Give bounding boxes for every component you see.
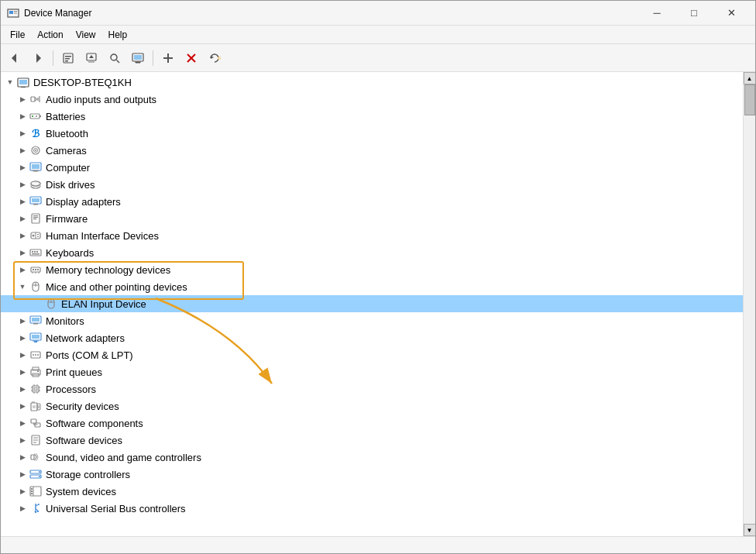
tree-item-firmware[interactable]: ▶ Firmware: [1, 210, 743, 227]
keyboards-toggle[interactable]: ▶: [16, 246, 29, 259]
svg-rect-67: [32, 253, 40, 255]
processors-label: Processors: [46, 384, 96, 395]
tree-item-ports[interactable]: ▶ Ports (COM & LPT): [1, 346, 743, 363]
security-icon: [29, 399, 43, 413]
menu-help[interactable]: Help: [102, 28, 134, 42]
svg-rect-88: [34, 341, 37, 342]
update-driver-button[interactable]: [81, 47, 102, 69]
monitors-toggle[interactable]: ▶: [16, 315, 29, 327]
svg-point-123: [39, 476, 40, 477]
svg-rect-9: [65, 60, 68, 62]
minimize-button[interactable]: ─: [639, 1, 675, 26]
tree-item-processors[interactable]: ▶: [1, 380, 743, 397]
storage-toggle[interactable]: ▶: [16, 468, 29, 480]
security-toggle[interactable]: ▶: [16, 400, 29, 412]
scroll-up-button[interactable]: ▲: [744, 72, 756, 84]
refresh-button[interactable]: [204, 47, 225, 69]
properties-button[interactable]: [57, 47, 79, 69]
tree-item-sound[interactable]: ▶ Sound, video and game controllers: [1, 449, 743, 466]
back-button[interactable]: [4, 47, 26, 69]
scrollbar[interactable]: ▲ ▼: [743, 72, 755, 536]
hid-toggle[interactable]: ▶: [16, 229, 29, 242]
svg-rect-128: [31, 493, 33, 494]
display-toggle[interactable]: ▶: [16, 195, 29, 208]
tree-item-software-dev[interactable]: ▶ Software devices: [1, 432, 743, 449]
network-toggle[interactable]: ▶: [16, 332, 29, 344]
menu-file[interactable]: File: [4, 28, 31, 42]
sound-toggle[interactable]: ▶: [16, 451, 29, 463]
tree-item-computer[interactable]: ▶ Computer: [1, 159, 743, 176]
tree-item-cameras[interactable]: ▶ Cameras: [1, 142, 743, 159]
computer-toggle[interactable]: ▶: [16, 161, 29, 174]
svg-rect-66: [36, 251, 38, 253]
disk-label: Disk drives: [46, 179, 95, 191]
ports-toggle[interactable]: ▶: [16, 349, 29, 361]
scroll-thumb[interactable]: [744, 84, 755, 115]
software-dev-toggle[interactable]: ▶: [16, 434, 29, 446]
software-comp-toggle[interactable]: ▶: [16, 417, 29, 429]
audio-toggle[interactable]: ▶: [16, 93, 29, 105]
add-button[interactable]: [157, 47, 179, 69]
svg-rect-69: [33, 269, 34, 270]
hid-icon: [29, 229, 43, 243]
system-label: System devices: [46, 486, 116, 497]
tree-panel[interactable]: ▼ DESKTOP-BTEQ1KH ▶: [1, 72, 743, 536]
tree-item-elan[interactable]: ▶ ELAN Input Device: [1, 295, 743, 312]
tree-item-network[interactable]: ▶ Network adapters: [1, 329, 743, 346]
tree-item-software-comp[interactable]: ▶ Software components: [1, 415, 743, 432]
tree-item-mice[interactable]: ▼ Mice and other pointing devices: [1, 278, 743, 295]
scan-button[interactable]: [104, 47, 125, 69]
mice-toggle[interactable]: ▼: [16, 280, 29, 293]
svg-rect-53: [33, 204, 38, 205]
tree-item-memory[interactable]: ▶ Memory technology devices: [1, 261, 743, 278]
root-toggle[interactable]: ▼: [4, 76, 16, 88]
svg-point-60: [33, 235, 35, 237]
scroll-down-button[interactable]: ▼: [744, 524, 756, 536]
software-comp-label: Software components: [46, 418, 143, 429]
tree-item-bluetooth[interactable]: ▶ ℬ Bluetooth: [1, 125, 743, 142]
print-toggle[interactable]: ▶: [16, 366, 29, 378]
tree-item-print[interactable]: ▶ Print queues: [1, 363, 743, 380]
svg-marker-12: [89, 55, 94, 58]
forward-button[interactable]: [27, 47, 49, 69]
remove-button[interactable]: [180, 47, 202, 69]
ports-label: Ports (COM & LPT): [46, 349, 133, 361]
tree-item-batteries[interactable]: ▶ Batteries: [1, 108, 743, 125]
tree-item-display[interactable]: ▶ Display adapters: [1, 193, 743, 210]
window-controls: ─ □ ✕: [639, 1, 749, 26]
tree-item-system[interactable]: ▶ System devices: [1, 483, 743, 500]
svg-rect-86: [32, 335, 40, 339]
bluetooth-toggle[interactable]: ▶: [16, 127, 29, 139]
firmware-toggle[interactable]: ▶: [16, 212, 29, 225]
tree-item-keyboards[interactable]: ▶ Keyboards: [1, 244, 743, 261]
usb-toggle[interactable]: ▶: [16, 502, 29, 514]
tree-item-storage[interactable]: ▶ Storage controllers: [1, 466, 743, 483]
svg-rect-16: [134, 55, 142, 60]
batteries-toggle[interactable]: ▶: [16, 110, 29, 122]
system-toggle[interactable]: ▶: [16, 485, 29, 497]
tree-item-hid[interactable]: ▶ Human Interface Devices: [1, 227, 743, 244]
cameras-toggle[interactable]: ▶: [16, 144, 29, 157]
print-icon: [29, 365, 43, 379]
memory-toggle[interactable]: ▶: [16, 263, 29, 276]
tree-item-monitors[interactable]: ▶ Monitors: [1, 312, 743, 329]
menu-view[interactable]: View: [70, 28, 102, 42]
tree-item-security[interactable]: ▶ Security devices: [1, 397, 743, 415]
storage-icon: [29, 467, 43, 481]
tree-item-disk[interactable]: ▶ Disk drives: [1, 176, 743, 193]
computer-button[interactable]: [127, 47, 149, 69]
scroll-track[interactable]: [744, 84, 755, 524]
processors-toggle[interactable]: ▶: [16, 383, 29, 395]
close-button[interactable]: ✕: [713, 1, 749, 26]
disk-toggle[interactable]: ▶: [16, 178, 29, 191]
tree-root[interactable]: ▼ DESKTOP-BTEQ1KH: [1, 74, 743, 91]
mice-icon: [29, 280, 43, 294]
bluetooth-icon: ℬ: [29, 126, 43, 140]
svg-rect-1: [9, 11, 13, 14]
tree-item-usb[interactable]: ▶ Universal Serial Bus controllers: [1, 500, 743, 517]
tree-item-audio[interactable]: ▶ Audio inputs and outputs: [1, 91, 743, 108]
svg-point-90: [33, 354, 34, 356]
svg-rect-96: [37, 370, 39, 372]
maximize-button[interactable]: □: [676, 1, 712, 26]
menu-action[interactable]: Action: [31, 28, 69, 42]
